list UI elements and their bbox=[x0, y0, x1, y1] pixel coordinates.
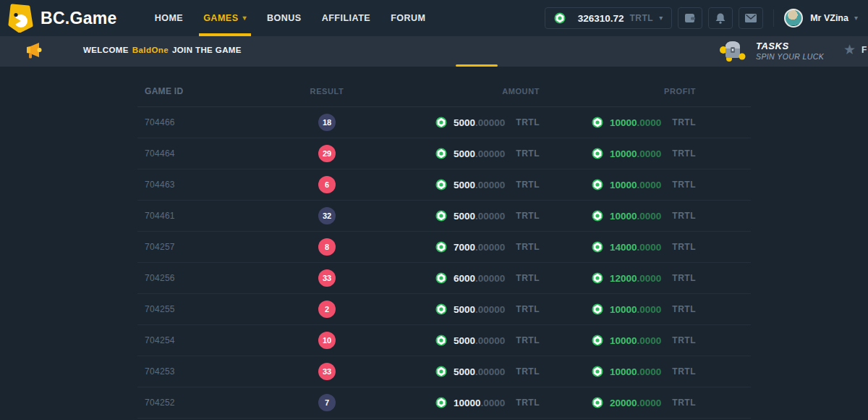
profit-cell: 12000.0000 TRTL bbox=[548, 272, 751, 284]
brand-logo[interactable]: BC.Game bbox=[7, 4, 117, 33]
profit-decimals: .0000 bbox=[637, 273, 662, 284]
game-id: 704252 bbox=[137, 398, 304, 408]
game-id: 704256 bbox=[137, 273, 304, 283]
trtl-coin-icon bbox=[435, 241, 447, 253]
profit-integer: 10000 bbox=[610, 335, 637, 346]
amount-cell: 5000.00000 TRTL bbox=[350, 210, 548, 222]
bets-table: GAME ID RESULT AMOUNT PROFIT 704466 18 5… bbox=[137, 67, 751, 419]
amount-integer: 5000 bbox=[454, 180, 475, 190]
profit-cell: 10000.0000 TRTL bbox=[548, 117, 751, 128]
chevron-down-icon[interactable]: ▾ bbox=[854, 14, 858, 22]
profit-currency: TRTL bbox=[672, 366, 696, 377]
table-row[interactable]: 704252 7 10000.0000 TRTL 20000.0000 bbox=[137, 387, 751, 419]
amount-decimals: .00000 bbox=[475, 211, 505, 222]
amount-cell: 5000.00000 TRTL bbox=[350, 366, 548, 377]
welcome-suffix: JOIN THE GAME bbox=[172, 46, 242, 54]
profit-integer: 10000 bbox=[610, 148, 637, 159]
messages-button[interactable] bbox=[739, 7, 763, 29]
notifications-button[interactable] bbox=[708, 7, 733, 29]
trtl-coin-icon bbox=[592, 179, 603, 190]
trtl-coin-icon bbox=[435, 366, 447, 377]
trtl-coin-icon bbox=[554, 12, 566, 24]
profit-integer: 12000 bbox=[610, 273, 637, 284]
game-id: 704257 bbox=[137, 242, 304, 252]
trtl-coin-icon bbox=[435, 179, 447, 190]
amount-integer: 5000 bbox=[454, 211, 475, 222]
amount-currency: TRTL bbox=[516, 273, 540, 283]
trtl-coin-icon bbox=[592, 117, 603, 128]
trtl-coin-icon bbox=[435, 210, 447, 222]
main-nav: HOME GAMES ▾ BONUS AFFILIATE FORUM bbox=[145, 0, 436, 36]
profit-integer: 10000 bbox=[610, 117, 637, 128]
table-row[interactable]: 704255 2 5000.00000 TRTL 10000.0000 bbox=[137, 294, 751, 325]
mail-icon bbox=[744, 13, 757, 23]
profit-integer: 14000 bbox=[610, 242, 637, 253]
amount-currency: TRTL bbox=[516, 366, 540, 377]
nav-item-forum[interactable]: FORUM bbox=[380, 0, 435, 36]
table-row[interactable]: 704466 18 5000.00000 TRTL 10000.0000 bbox=[137, 107, 751, 138]
amount-decimals: .00000 bbox=[475, 304, 505, 315]
game-id: 704461 bbox=[137, 211, 304, 221]
amount-cell: 5000.00000 TRTL bbox=[350, 335, 548, 346]
amount-integer: 7000 bbox=[454, 242, 475, 253]
amount-decimals: .00000 bbox=[475, 366, 505, 377]
trtl-coin-icon bbox=[592, 241, 603, 253]
table-row[interactable]: 704463 6 5000.00000 TRTL 10000.0000 bbox=[137, 169, 751, 201]
nav-item-games[interactable]: GAMES ▾ bbox=[193, 0, 257, 36]
profit-decimals: .0000 bbox=[637, 117, 662, 128]
balance-currency: TRTL bbox=[629, 13, 653, 23]
user-avatar[interactable] bbox=[784, 9, 803, 28]
profit-integer: 10000 bbox=[610, 366, 637, 377]
table-row[interactable]: 704257 8 7000.00000 TRTL 14000.0000 bbox=[137, 232, 751, 263]
profit-currency: TRTL bbox=[672, 211, 696, 221]
nav-item-affiliate[interactable]: AFFILIATE bbox=[312, 0, 380, 36]
profit-currency: TRTL bbox=[672, 398, 696, 408]
profit-integer: 20000 bbox=[610, 398, 637, 408]
profit-integer: 10000 bbox=[610, 180, 637, 190]
amount-cell: 5000.00000 TRTL bbox=[350, 179, 548, 190]
amount-cell: 7000.00000 TRTL bbox=[350, 241, 548, 253]
balance-selector[interactable]: 326310.72 TRTL ▾ bbox=[545, 7, 673, 29]
game-id: 704466 bbox=[137, 117, 304, 127]
user-name[interactable]: Mr VZina bbox=[810, 13, 848, 23]
amount-currency: TRTL bbox=[516, 148, 540, 159]
game-id: 704463 bbox=[137, 180, 304, 190]
amount-currency: TRTL bbox=[516, 117, 540, 127]
result-badge: 32 bbox=[318, 207, 336, 224]
result-badge: 2 bbox=[318, 301, 336, 318]
main-content: GAME ID RESULT AMOUNT PROFIT 704466 18 5… bbox=[0, 67, 868, 420]
result-badge: 10 bbox=[318, 332, 336, 349]
topbar-divider bbox=[773, 9, 774, 27]
nav-item-bonus[interactable]: BONUS bbox=[257, 0, 312, 36]
nav-item-home[interactable]: HOME bbox=[145, 0, 194, 36]
top-navigation-bar: BC.Game HOME GAMES ▾ BONUS AFFILIATE FOR… bbox=[0, 0, 868, 36]
result-badge: 18 bbox=[318, 114, 336, 131]
amount-currency: TRTL bbox=[516, 242, 540, 252]
profit-currency: TRTL bbox=[672, 273, 696, 283]
amount-integer: 5000 bbox=[454, 148, 475, 159]
megaphone-icon bbox=[23, 41, 43, 63]
table-row[interactable]: 704461 32 5000.00000 TRTL 10000.0000 bbox=[137, 201, 751, 232]
amount-decimals: .00000 bbox=[475, 273, 505, 284]
tasks-shortcut[interactable]: TASKS SPIN YOUR LUCK bbox=[718, 38, 824, 63]
profit-cell: 10000.0000 TRTL bbox=[548, 148, 751, 159]
table-row[interactable]: 704253 33 5000.00000 TRTL 10000.0000 bbox=[137, 356, 751, 387]
bc-game-logo-icon bbox=[7, 4, 33, 33]
trtl-coin-icon bbox=[592, 366, 603, 377]
amount-integer: 5000 bbox=[454, 335, 475, 346]
trtl-coin-icon bbox=[592, 272, 603, 284]
table-row[interactable]: 704254 10 5000.00000 TRTL 10000.0000 bbox=[137, 325, 751, 356]
wallet-button[interactable] bbox=[678, 7, 702, 29]
favorites-label: F bbox=[861, 45, 867, 55]
profit-currency: TRTL bbox=[672, 117, 696, 127]
game-id: 704253 bbox=[137, 366, 304, 377]
amount-integer: 5000 bbox=[454, 304, 475, 315]
amount-integer: 5000 bbox=[454, 117, 475, 128]
profit-decimals: .0000 bbox=[637, 180, 662, 190]
star-icon: ★ bbox=[843, 43, 856, 56]
profit-decimals: .0000 bbox=[637, 366, 662, 377]
table-row[interactable]: 704464 29 5000.00000 TRTL 10000.0000 bbox=[137, 138, 751, 169]
game-id: 704464 bbox=[137, 148, 304, 159]
table-row[interactable]: 704256 33 6000.00000 TRTL 12000.0000 bbox=[137, 263, 751, 294]
favorites-shortcut[interactable]: ★ F bbox=[843, 43, 867, 56]
